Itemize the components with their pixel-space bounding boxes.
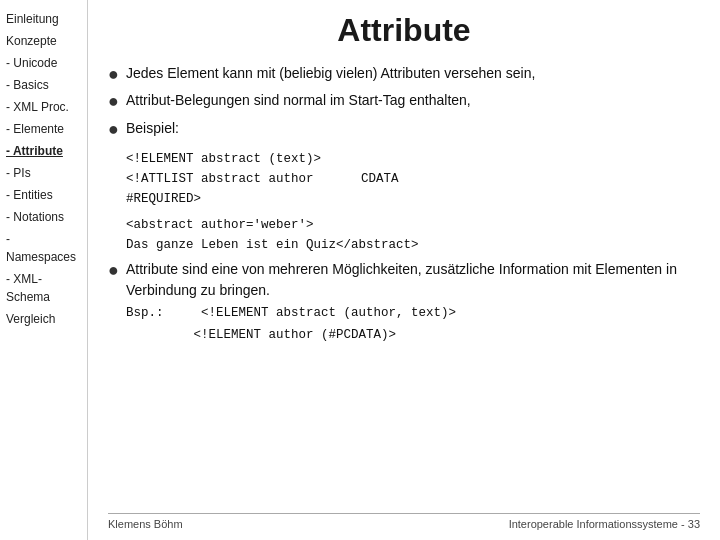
main-content: Attribute ● Jedes Element kann mit (beli… xyxy=(88,0,720,540)
sidebar-item-xmlschema[interactable]: - XML-Schema xyxy=(0,268,87,308)
abstract-line-1: <abstract author='weber'> xyxy=(126,215,700,235)
bullet-dot-1: ● xyxy=(108,63,126,86)
bullet-text-3: Beispiel: xyxy=(126,118,700,139)
code-block-1: <!ELEMENT abstract (text)> <!ATTLIST abs… xyxy=(126,149,700,209)
sidebar-item-notations[interactable]: - Notations xyxy=(0,206,87,228)
bullet-dot-2: ● xyxy=(108,90,126,113)
footer-bar: Klemens Böhm Interoperable Informationss… xyxy=(108,513,700,530)
sidebar-item-vergleich[interactable]: Vergleich xyxy=(0,308,87,330)
sidebar-item-basics[interactable]: - Basics xyxy=(0,74,87,96)
content-body: ● Jedes Element kann mit (beliebig viele… xyxy=(108,63,700,507)
sidebar-item-entities[interactable]: - Entities xyxy=(0,184,87,206)
abstract-line-2: Das ganze Leben ist ein Quiz</abstract> xyxy=(126,235,700,255)
bullet-item-3: ● Beispiel: xyxy=(108,118,700,141)
bullet-list-2: ● Attribute sind eine von mehreren Mögli… xyxy=(108,259,700,345)
bullet-text-2: Attribut-Belegungen sind normal im Start… xyxy=(126,90,700,111)
bullet-text-1: Jedes Element kann mit (beliebig vielen)… xyxy=(126,63,700,84)
abstract-block: <abstract author='weber'> Das ganze Lebe… xyxy=(126,215,700,255)
sidebar-item-konzepte[interactable]: Konzepte xyxy=(0,30,87,52)
code-line-2: <!ATTLIST abstract author CDATA xyxy=(126,169,700,189)
sidebar-item-pis[interactable]: - PIs xyxy=(0,162,87,184)
sidebar-item-attribute[interactable]: - Attribute xyxy=(0,140,87,162)
sidebar-item-unicode[interactable]: - Unicode xyxy=(0,52,87,74)
sidebar-item-einleitung[interactable]: Einleitung xyxy=(0,8,87,30)
bullet-list-1: ● Jedes Element kann mit (beliebig viele… xyxy=(108,63,700,141)
code-line-3: #REQUIRED> xyxy=(126,189,700,209)
sidebar-item-xmlproc[interactable]: - XML Proc. xyxy=(0,96,87,118)
bullet-item-1: ● Jedes Element kann mit (beliebig viele… xyxy=(108,63,700,86)
sidebar: Einleitung Konzepte - Unicode - Basics -… xyxy=(0,0,88,540)
footer-right: Interoperable Informationssysteme - 33 xyxy=(509,518,700,530)
footer-left: Klemens Böhm xyxy=(108,518,183,530)
bullet-item-4: ● Attribute sind eine von mehreren Mögli… xyxy=(108,259,700,345)
sidebar-item-namespaces[interactable]: - Namespaces xyxy=(0,228,87,268)
bullet-item-2: ● Attribut-Belegungen sind normal im Sta… xyxy=(108,90,700,113)
bullet-dot-4: ● xyxy=(108,259,126,282)
bullet-dot-3: ● xyxy=(108,118,126,141)
bullet-text-4: Attribute sind eine von mehreren Möglich… xyxy=(126,259,700,345)
sidebar-item-elemente[interactable]: - Elemente xyxy=(0,118,87,140)
page-title: Attribute xyxy=(108,12,700,49)
page-title-area: Attribute xyxy=(108,12,700,49)
code-line-1: <!ELEMENT abstract (text)> xyxy=(126,149,700,169)
